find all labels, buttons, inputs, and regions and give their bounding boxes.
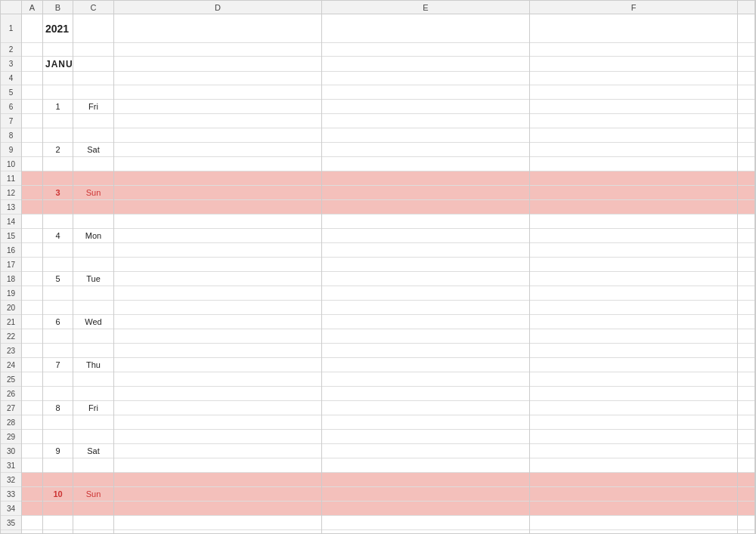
cell[interactable]	[738, 171, 754, 186]
cell[interactable]	[114, 143, 321, 157]
cell[interactable]	[114, 502, 321, 516]
cell[interactable]	[22, 272, 42, 286]
cell[interactable]	[43, 286, 73, 301]
cell[interactable]	[322, 85, 529, 100]
cell[interactable]	[322, 502, 529, 516]
cell[interactable]	[114, 458, 321, 473]
cell[interactable]	[114, 286, 321, 301]
cell[interactable]	[22, 171, 42, 186]
cell[interactable]	[738, 200, 754, 215]
cell[interactable]	[530, 72, 737, 85]
cell[interactable]	[73, 329, 113, 344]
cell[interactable]	[530, 401, 737, 415]
cell[interactable]	[322, 487, 529, 502]
cell[interactable]	[43, 114, 73, 128]
cell[interactable]: 2021	[43, 14, 73, 43]
cell[interactable]: Tue	[73, 272, 113, 286]
cell[interactable]	[530, 358, 737, 372]
cell[interactable]	[530, 186, 737, 200]
cell[interactable]	[22, 57, 42, 72]
cell[interactable]	[73, 502, 113, 516]
cell[interactable]	[114, 372, 321, 387]
cell[interactable]	[530, 315, 737, 329]
cell[interactable]: 7	[43, 358, 73, 372]
cell[interactable]	[114, 243, 321, 258]
cell[interactable]	[22, 258, 42, 272]
cell[interactable]	[22, 85, 42, 100]
cell[interactable]	[114, 401, 321, 415]
cell[interactable]	[114, 516, 321, 530]
cell[interactable]	[22, 473, 42, 487]
cell[interactable]	[22, 157, 42, 171]
cell[interactable]	[22, 100, 42, 114]
cell[interactable]	[73, 85, 113, 100]
cell[interactable]	[530, 171, 737, 186]
cell[interactable]	[22, 430, 42, 444]
cell[interactable]	[114, 258, 321, 272]
cell[interactable]	[73, 473, 113, 487]
cell[interactable]	[530, 458, 737, 473]
cell[interactable]	[530, 215, 737, 229]
cell[interactable]	[738, 57, 754, 72]
cell[interactable]	[43, 43, 73, 57]
cell[interactable]	[114, 358, 321, 372]
cell[interactable]	[530, 43, 737, 57]
cell[interactable]	[22, 114, 42, 128]
cell[interactable]	[322, 401, 529, 415]
cell[interactable]	[530, 258, 737, 272]
cell[interactable]	[530, 329, 737, 344]
cell[interactable]	[322, 215, 529, 229]
cell[interactable]	[22, 215, 42, 229]
cell[interactable]	[114, 301, 321, 315]
cell[interactable]	[322, 143, 529, 157]
cell[interactable]: Sun	[73, 487, 113, 502]
cell[interactable]	[22, 458, 42, 473]
cell[interactable]	[43, 72, 73, 85]
cell[interactable]	[73, 415, 113, 430]
cell[interactable]: Sat	[73, 444, 113, 458]
cell[interactable]	[738, 114, 754, 128]
cell[interactable]	[73, 200, 113, 215]
cell[interactable]	[530, 502, 737, 516]
cell[interactable]	[322, 387, 529, 401]
cell[interactable]	[530, 128, 737, 143]
cell[interactable]	[73, 243, 113, 258]
cell[interactable]	[738, 502, 754, 516]
cell[interactable]	[322, 57, 529, 72]
cell[interactable]	[322, 272, 529, 286]
cell[interactable]	[43, 258, 73, 272]
cell[interactable]	[738, 85, 754, 100]
cell[interactable]	[73, 387, 113, 401]
cell[interactable]	[73, 128, 113, 143]
cell[interactable]	[73, 258, 113, 272]
cell[interactable]	[43, 344, 73, 358]
cell[interactable]	[322, 43, 529, 57]
cell[interactable]	[738, 387, 754, 401]
cell[interactable]	[738, 272, 754, 286]
cell[interactable]	[73, 14, 113, 43]
cell[interactable]	[738, 143, 754, 157]
cell[interactable]	[43, 387, 73, 401]
cell[interactable]	[22, 344, 42, 358]
cell[interactable]	[43, 372, 73, 387]
cell[interactable]: 10	[43, 487, 73, 502]
cell[interactable]	[22, 415, 42, 430]
cell[interactable]	[738, 186, 754, 200]
cell[interactable]	[530, 415, 737, 430]
cell[interactable]	[322, 415, 529, 430]
cell[interactable]	[22, 14, 42, 43]
cell[interactable]	[738, 358, 754, 372]
cell[interactable]	[530, 286, 737, 301]
cell[interactable]	[738, 229, 754, 243]
cell[interactable]	[22, 358, 42, 372]
cell[interactable]	[43, 301, 73, 315]
cell[interactable]	[738, 458, 754, 473]
cell[interactable]	[738, 444, 754, 458]
cell[interactable]	[738, 401, 754, 415]
cell[interactable]	[530, 301, 737, 315]
cell[interactable]	[530, 57, 737, 72]
cell[interactable]	[738, 530, 754, 533]
cell[interactable]	[530, 516, 737, 530]
cell[interactable]	[322, 100, 529, 114]
cell[interactable]	[322, 444, 529, 458]
